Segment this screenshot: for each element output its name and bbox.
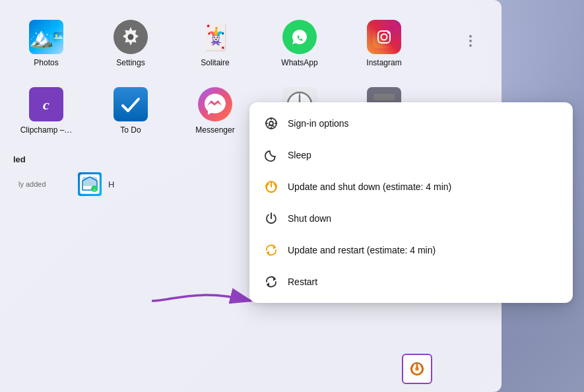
shutdown-icon — [264, 211, 278, 226]
app-more-dots[interactable] — [429, 13, 508, 74]
app-instagram-label: Instagram — [366, 58, 401, 67]
app-grid-row1: Photos Settings 🃏 Solitaire — [0, 0, 502, 81]
whatsapp-icon — [282, 20, 317, 54]
menu-update-restart-label: Update and restart (estimate: 4 min) — [288, 245, 436, 255]
clipchamp-icon: c — [29, 87, 63, 121]
recently-added-label: ly added — [18, 180, 71, 188]
settings-icon — [114, 20, 148, 54]
menu-item-restart[interactable]: Restart — [249, 266, 573, 298]
app-whatsapp[interactable]: WhatsApp — [260, 13, 339, 74]
menu-restart-label: Restart — [288, 277, 317, 287]
menu-item-sleep[interactable]: Sleep — [249, 139, 573, 171]
menu-item-update-restart[interactable]: Update and restart (estimate: 4 min) — [249, 234, 573, 266]
svg-rect-24 — [373, 94, 395, 100]
todo-icon — [114, 87, 148, 121]
app-whatsapp-label: WhatsApp — [281, 58, 317, 67]
menu-item-shutdown[interactable]: Shut down — [249, 203, 573, 234]
svg-text:c: c — [43, 96, 49, 113]
app-messenger-label: Messenger — [195, 125, 234, 135]
menu-update-shutdown-label: Update and shut down (estimate: 4 min) — [288, 181, 451, 192]
app-solitaire-label: Solitaire — [201, 58, 229, 67]
restart-icon — [264, 275, 278, 289]
app-clipchamp-label: Clipchamp –… — [20, 125, 73, 135]
update-shutdown-icon — [264, 180, 278, 194]
sleep-icon — [264, 148, 278, 162]
menu-item-signin[interactable]: Sign-in options — [249, 108, 573, 139]
power-button[interactable] — [402, 354, 432, 384]
app-todo-label: To Do — [120, 125, 141, 135]
recently-item-name: H — [108, 180, 114, 189]
svg-point-2 — [55, 34, 58, 37]
instagram-icon — [367, 20, 401, 54]
photos-icon — [29, 20, 63, 54]
recently-item-icon: ✓ — [78, 172, 102, 196]
menu-item-update-shutdown[interactable]: Update and shut down (estimate: 4 min) — [249, 171, 573, 203]
svg-point-4 — [128, 34, 134, 40]
svg-point-47 — [415, 367, 419, 371]
app-messenger[interactable]: Messenger — [176, 81, 255, 141]
app-photos[interactable]: Photos — [7, 13, 86, 74]
app-photos-label: Photos — [34, 58, 58, 67]
solitaire-icon: 🃏 — [198, 20, 232, 54]
svg-rect-32 — [82, 177, 97, 186]
signin-icon — [264, 116, 278, 131]
arrow-pointer — [145, 281, 264, 321]
app-settings[interactable]: Settings — [91, 13, 170, 74]
menu-shutdown-label: Shut down — [288, 213, 331, 224]
app-settings-label: Settings — [116, 58, 145, 67]
update-restart-icon — [264, 243, 278, 257]
app-clipchamp[interactable]: c Clipchamp –… — [7, 81, 86, 141]
more-dots-icon — [466, 25, 472, 47]
menu-signin-label: Sign-in options — [288, 118, 349, 129]
context-menu: Sign-in options Sleep Update and shut do… — [249, 102, 573, 303]
svg-point-9 — [387, 32, 389, 34]
svg-rect-6 — [373, 26, 395, 48]
menu-sleep-label: Sleep — [288, 150, 311, 160]
svg-text:✓: ✓ — [93, 188, 96, 192]
app-solitaire[interactable]: 🃏 Solitaire — [176, 13, 255, 74]
svg-rect-12 — [114, 87, 148, 121]
app-instagram[interactable]: Instagram — [344, 13, 424, 74]
messenger-icon — [198, 87, 232, 121]
app-todo[interactable]: To Do — [91, 81, 170, 141]
